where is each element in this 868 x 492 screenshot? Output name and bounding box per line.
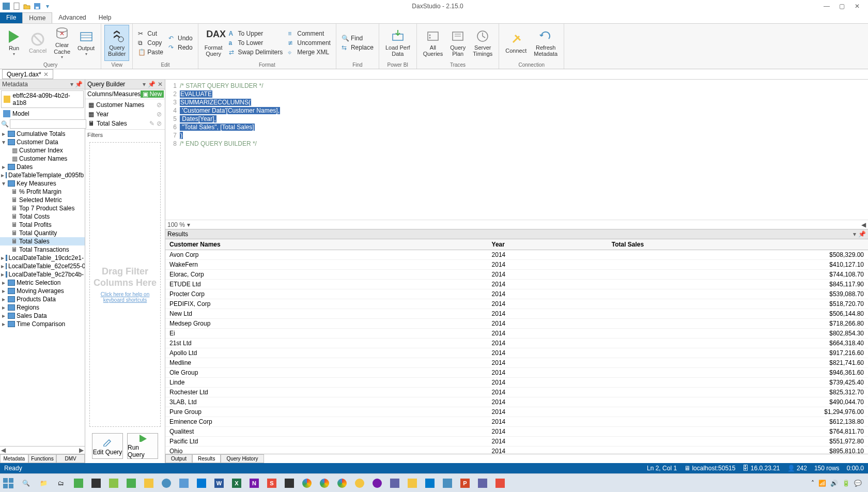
dmv-tab[interactable]: DMV [56,454,85,463]
zoom-dropdown-icon[interactable]: ▾ [187,221,190,228]
table-row[interactable]: 21st Ltd2014$664,318.40 [165,339,868,348]
search-metadata-icon[interactable]: 🔍 [1,119,9,129]
tree-table[interactable]: ▸LocalDateTable_62cef255-0 [0,262,85,270]
to-upper-button[interactable]: ATo Upper [227,29,285,38]
tree-table[interactable]: ▸Time Comparison [0,320,85,328]
qb-pin-icon[interactable]: 📌 [148,81,156,88]
find-button[interactable]: 🔍Find [339,34,376,42]
help-tab[interactable]: Help [92,12,118,23]
app2-icon[interactable] [90,477,102,489]
all-queries-button[interactable]: All Queries [420,25,446,61]
vscode-icon[interactable] [424,477,436,489]
outlook-icon[interactable] [195,477,208,489]
server-timings-button[interactable]: Server Timings [470,25,495,61]
twisty-icon[interactable]: ▸ [1,287,6,295]
cut-button[interactable]: ✂Cut [136,29,165,38]
metadata-tab[interactable]: Metadata [0,454,28,463]
tree-table[interactable]: ▸Sales Data [0,312,85,320]
tray-notification-icon[interactable]: 💬 [854,480,862,487]
chrome3-icon[interactable] [336,477,348,489]
results-grid[interactable]: Customer NamesYearTotal SalesAvon Corp20… [165,239,868,454]
twisty-icon[interactable]: ▸ [1,172,4,179]
cm-item[interactable]: ▦Year⊘ [86,110,164,119]
load-perf-button[interactable]: Load Perf Data [382,25,413,61]
table-row[interactable]: Ole Group2014$946,361.60 [165,368,868,378]
cm-item[interactable]: ▦Customer Names⊘ [86,100,164,110]
new-file-icon[interactable] [12,2,21,10]
tree-table[interactable]: ▸Dates [0,163,85,171]
cm-item[interactable]: 🖩Total Sales✎⊘ [86,119,164,128]
table-row[interactable]: Qualitest2014$764,811.70 [165,427,868,437]
home-tab[interactable]: Home [22,12,52,23]
new-measure-button[interactable]: ▣New [141,90,164,98]
column-header[interactable]: Total Sales [608,239,868,250]
table-row[interactable]: Rochester Ltd2014$825,312.70 [165,388,868,397]
tree-measure[interactable]: 🖩Total Costs [0,212,85,221]
table-row[interactable]: Pacific Ltd2014$551,972.80 [165,437,868,447]
table-row[interactable]: Ohio2014$895,810.10 [165,447,868,454]
twisty-icon[interactable]: ▸ [1,163,6,171]
scroll-left-icon[interactable]: ◀ [1,447,6,454]
app3-icon[interactable] [107,477,120,489]
tree-table[interactable]: ▸LocalDateTable_19cdc2e1- [0,254,85,262]
undo-button[interactable]: ↶Undo [166,34,195,42]
save-icon[interactable] [33,2,41,10]
functions-tab[interactable]: Functions [28,454,57,463]
tree-table[interactable]: ▸DateTableTemplate_d095fb [0,171,85,179]
to-lower-button[interactable]: aTo Lower [227,39,285,47]
app10-icon[interactable] [371,477,383,489]
tree-table[interactable]: ▸Products Data [0,295,85,303]
tree-column[interactable]: ▦Customer Names [0,155,85,163]
swap-delim-button[interactable]: ⇄Swap Delimiters [227,48,285,56]
run-button[interactable]: Run▾ [3,25,25,61]
doc-tab-query1[interactable]: Query1.dax*✕ [2,69,53,79]
column-header[interactable]: Customer Names [165,239,488,250]
qb-close-icon[interactable]: ✕ [158,81,163,88]
advanced-tab[interactable]: Advanced [52,12,92,23]
start-button[interactable] [2,477,14,489]
table-row[interactable]: Elorac, Corp2014$744,108.70 [165,270,868,280]
output-button[interactable]: Output▾ [74,25,98,61]
table-row[interactable]: Medsep Group2014$718,266.80 [165,319,868,329]
app9-icon[interactable] [353,477,366,489]
table-row[interactable]: PEDIFIX, Corp2014$518,720.70 [165,299,868,309]
edit-icon[interactable]: ✎ [149,120,154,127]
code-editor[interactable]: 1/* START QUERY BUILDER */2EVALUATE3SUMM… [165,80,868,220]
twisty-icon[interactable]: ▾ [1,139,6,146]
chrome2-icon[interactable] [318,477,331,489]
remove-icon[interactable]: ⊘ [157,120,162,127]
tree-column[interactable]: ▦Customer Index [0,146,85,155]
tray-battery-icon[interactable]: 🔋 [842,480,850,487]
uncomment-button[interactable]: ≢Uncomment [286,39,333,47]
tree-measure[interactable]: 🖩Total Profits [0,221,85,229]
metadata-pin-icon[interactable]: ▾ 📌 [70,81,83,88]
folder-icon[interactable]: 🗂 [55,477,67,489]
database-selector[interactable]: ebffc284-a09b-4b2d-a1b8 [1,90,84,108]
table-row[interactable]: Linde2014$739,425.40 [165,378,868,388]
table-row[interactable]: ETUDE Ltd2014$845,117.90 [165,280,868,289]
connect-button[interactable]: Connect [502,25,530,61]
app4-icon[interactable] [125,477,137,489]
comment-button[interactable]: ≡Comment [286,29,333,38]
close-window-button[interactable]: ✕ [855,3,862,10]
twisty-icon[interactable]: ▸ [1,263,4,270]
tray-network-icon[interactable]: 📶 [818,480,826,487]
tree-table[interactable]: ▸Moving Averages [0,287,85,295]
twisty-icon[interactable]: ▸ [1,312,6,319]
hscroll-left-icon[interactable]: ◀ [861,221,866,228]
table-row[interactable]: Ei2014$802,854.30 [165,329,868,339]
table-row[interactable]: New Ltd2014$506,144.80 [165,309,868,319]
query-plan-button[interactable]: Query Plan [447,25,469,61]
results-tab[interactable]: Results [192,454,221,463]
tree-table[interactable]: ▸Metric Selection [0,279,85,287]
twisty-icon[interactable]: ▸ [1,320,6,328]
model-row[interactable]: Model [0,109,85,118]
excel-icon[interactable]: X [230,477,243,489]
tree-measure[interactable]: 🖩% Profit Margin [0,188,85,196]
twisty-icon[interactable]: ▸ [1,304,6,311]
tree-measure[interactable]: 🖩Selected Metric [0,196,85,204]
app1-icon[interactable] [72,477,85,489]
word-icon[interactable]: W [213,477,225,489]
refresh-metadata-button[interactable]: Refresh Metadata [531,25,561,61]
table-row[interactable]: Procter Corp2014$539,088.70 [165,289,868,299]
